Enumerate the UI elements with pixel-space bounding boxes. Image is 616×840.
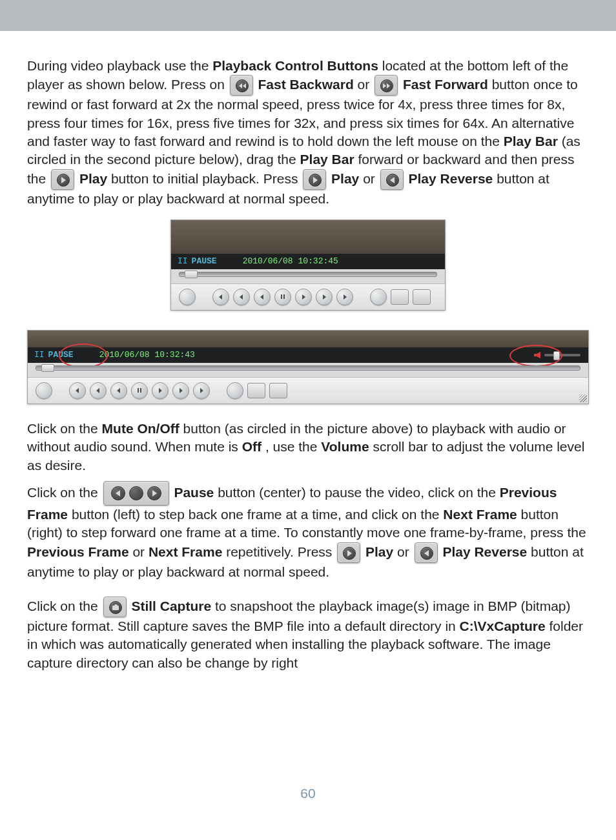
fast-backward-icon: [230, 75, 253, 96]
text: Click on the: [27, 485, 102, 500]
still-capture-button[interactable]: [370, 289, 387, 305]
fast-forward-icon: [375, 75, 398, 96]
bold-playback-control-buttons: Playback Control Buttons: [212, 58, 378, 73]
text: button to initial playback. Press: [111, 170, 302, 185]
bold-next-frame: Next Frame: [443, 507, 517, 522]
fast-forward-button[interactable]: [193, 382, 210, 399]
bold-fast-backward: Fast Backward: [258, 77, 354, 92]
eject-button[interactable]: [179, 289, 196, 305]
play-bar-thumb[interactable]: [185, 271, 198, 278]
mute-circle-annotation: [509, 345, 562, 367]
bold-next-frame-2: Next Frame: [149, 544, 222, 558]
status-label: PAUSE: [192, 256, 217, 266]
previous-frame-button[interactable]: [254, 289, 271, 305]
play-bar-circle-annotation: [59, 343, 108, 368]
bold-previous-frame-2: Previous Frame: [27, 544, 129, 558]
header-bar: [0, 0, 616, 31]
page: During video playback use the Playback C…: [0, 0, 616, 840]
paragraph-pause-frame: Click on the Pause button (center) to pa…: [27, 481, 589, 581]
bold-still-capture: Still Capture: [131, 599, 211, 613]
bold-pause: Pause: [174, 485, 214, 500]
bold-volume: Volume: [321, 439, 369, 454]
text: button (left) to step back one frame at …: [72, 507, 443, 522]
screenshot-player-small: IIPAUSE 2010/06/08 10:32:45: [27, 220, 589, 311]
pause-symbol: II: [34, 350, 45, 360]
play-icon-2: [303, 169, 326, 190]
status-bar: IIPAUSE 2010/06/08 10:32:45: [171, 254, 445, 269]
eject-button[interactable]: [36, 382, 52, 399]
text: or: [132, 544, 149, 558]
resize-grip-icon[interactable]: [579, 394, 587, 402]
text: repetitively. Press: [226, 544, 336, 558]
timestamp: 2010/06/08 10:32:45: [243, 256, 338, 267]
still-capture-icon: [103, 597, 127, 617]
next-frame-button[interactable]: [152, 382, 169, 399]
previous-frame-icon: [111, 486, 125, 500]
play-icon-3: [337, 542, 360, 563]
still-capture-button[interactable]: [227, 382, 243, 399]
bold-mute-onoff: Mute On/Off: [102, 421, 180, 436]
bold-vxcapture-path: C:\VxCapture: [460, 619, 546, 633]
text: Click on the: [27, 421, 102, 436]
play-bar[interactable]: [171, 269, 445, 283]
video-preview: [171, 220, 445, 254]
pause-icon: [129, 486, 143, 500]
text: During video playback use the: [27, 58, 212, 73]
bold-off: Off: [242, 439, 262, 454]
status-bar: IIPAUSE 2010/06/08 10:32:43: [28, 347, 588, 363]
video-preview: [28, 331, 588, 347]
screenshot-player-wide: IIPAUSE 2010/06/08 10:32:43: [27, 330, 589, 404]
fast-backward-button[interactable]: [212, 289, 229, 305]
text: or: [363, 170, 379, 185]
bold-play-bar: Play Bar: [504, 134, 558, 149]
control-row: [171, 283, 445, 310]
play-button[interactable]: [172, 382, 189, 399]
fast-backward-button[interactable]: [69, 382, 86, 399]
control-row: [28, 377, 588, 404]
play-reverse-button[interactable]: [233, 289, 250, 305]
aux-button-2[interactable]: [413, 289, 431, 305]
bold-play-bar-2: Play Bar: [300, 152, 354, 167]
text: , use the: [265, 439, 321, 454]
text: or: [397, 544, 413, 558]
pause-symbol: II: [178, 256, 188, 266]
next-frame-button[interactable]: [295, 289, 312, 305]
page-number: 60: [0, 784, 616, 803]
bold-play-reverse: Play Reverse: [409, 170, 493, 185]
bold-play: Play: [79, 170, 107, 185]
play-reverse-icon-2: [415, 542, 438, 563]
bold-fast-forward: Fast Forward: [403, 77, 488, 92]
bold-play-reverse-2: Play Reverse: [442, 544, 527, 558]
frame-controls-icon: [103, 481, 169, 506]
text: button (center) to pause the video, clic…: [218, 485, 500, 500]
pause-button[interactable]: [131, 382, 148, 399]
play-bar[interactable]: [28, 363, 588, 377]
pause-button[interactable]: [274, 289, 291, 305]
play-reverse-icon: [380, 169, 404, 190]
next-frame-icon: [147, 486, 161, 500]
play-icon: [51, 169, 74, 190]
paragraph-still-capture: Click on the Still Capture to snapshoot …: [27, 597, 589, 672]
play-bar-thumb[interactable]: [41, 364, 54, 372]
aux-button-2[interactable]: [269, 383, 287, 398]
text: or: [358, 77, 374, 92]
aux-button-1[interactable]: [247, 383, 265, 398]
fast-forward-button[interactable]: [336, 289, 353, 305]
bold-play-3: Play: [365, 544, 393, 558]
text: Click on the: [27, 599, 102, 613]
paragraph-mute: Click on the Mute On/Off button (as circ…: [27, 420, 589, 475]
paragraph-playback-controls: During video playback use the Playback C…: [27, 57, 589, 208]
timestamp: 2010/06/08 10:32:43: [99, 349, 195, 361]
play-button[interactable]: [316, 289, 333, 305]
bold-play-2: Play: [331, 170, 359, 185]
play-reverse-button[interactable]: [90, 382, 107, 399]
previous-frame-button[interactable]: [110, 382, 127, 399]
aux-button-1[interactable]: [391, 289, 409, 305]
